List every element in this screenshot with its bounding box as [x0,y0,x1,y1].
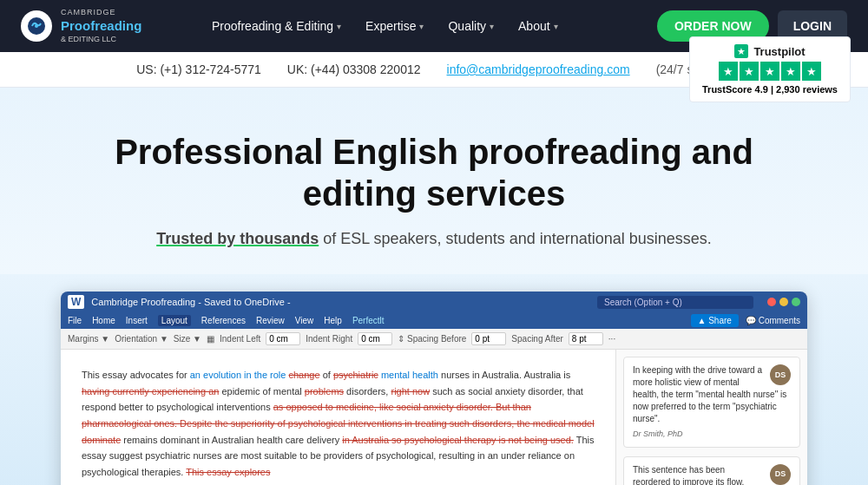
logo[interactable]: CAMBRIDGE Proofreading & EDITING LLC [21,8,160,45]
word-title-text: Cambridge Proofreading - Saved to OneDri… [91,297,590,307]
hero-section: Professional English proofreading and ed… [0,88,868,274]
nav-about[interactable]: About ▾ [508,12,569,40]
info-bar: US: (+1) 312-724-5771 UK: (+44) 03308 22… [0,52,868,88]
uk-phone: UK: (+44) 03308 220012 [287,62,421,76]
comment-1: DS In keeping with the drive toward a mo… [623,357,800,448]
trustpilot-score: TrustScore 4.9 | 2,930 reviews [702,84,838,95]
share-button[interactable]: ▲ Share [691,314,739,327]
chevron-down-icon: ▾ [490,22,494,31]
word-content: This essay advocates for an evolution in… [61,350,807,485]
avatar-1: DS [770,364,791,385]
hero-heading: Professional English proofreading and ed… [69,131,799,214]
nav-proofreading[interactable]: Proofreading & Editing ▾ [201,12,352,40]
trustpilot-stars: ★ ★ ★ ★ ★ [719,62,821,81]
svg-point-1 [35,24,38,28]
margins-group: Margins ▼ Orientation ▼ Size ▼ ▦ Indent … [68,332,615,345]
spacing-after-input[interactable] [569,332,603,345]
word-ribbon: Margins ▼ Orientation ▼ Size ▼ ▦ Indent … [61,329,807,350]
comment-1-text: In keeping with the drive toward a more … [633,364,791,425]
email-link[interactable]: info@cambridgeproofreading.com [447,62,630,76]
nav-expertise[interactable]: Expertise ▾ [355,12,434,40]
menu-file[interactable]: File [68,316,82,325]
nav-links: Proofreading & Editing ▾ Expertise ▾ Qua… [201,12,650,40]
word-mockup-container: W Cambridge Proofreading - Saved to OneD… [0,274,868,485]
window-controls [767,298,800,306]
minimize-icon [779,298,788,306]
indent-right-input[interactable] [358,332,392,345]
menu-insert[interactable]: Insert [126,316,148,325]
menu-references[interactable]: References [201,316,246,325]
menu-perfectlt[interactable]: Perfectlt [352,316,385,325]
indent-left-input[interactable] [266,332,300,345]
trustpilot-label: Trustpilot [753,45,805,58]
comment-2: DS This sentence has been reordered to i… [623,456,800,485]
menu-help[interactable]: Help [324,316,342,325]
chevron-down-icon: ▾ [554,22,558,31]
logo-icon [21,10,52,42]
hero-subtitle: Trusted by thousands of ESL speakers, st… [69,230,799,248]
chevron-down-icon: ▾ [419,22,424,31]
spacing-before-input[interactable] [471,332,506,345]
word-mockup: W Cambridge Proofreading - Saved to OneD… [61,292,807,485]
comment-1-author: Dr Smith, PhD [633,429,791,440]
word-menubar: File Home Insert Layout References Revie… [61,312,807,329]
comments-button[interactable]: 💬 Comments [746,316,800,325]
avatar-2: DS [770,464,791,485]
close-icon [767,298,776,306]
word-icon: W [68,295,84,309]
word-menu-right: ▲ Share 💬 Comments [691,314,801,327]
trusted-label: Trusted by thousands [156,230,319,247]
hero-subtitle-rest: of ESL speakers, students and internatio… [319,230,712,247]
menu-layout[interactable]: Layout [158,315,191,326]
chevron-down-icon: ▾ [337,22,341,31]
nav-quality[interactable]: Quality ▾ [437,12,504,40]
trustpilot-widget: ★ Trustpilot ★ ★ ★ ★ ★ TrustScore 4.9 | … [689,36,851,102]
menu-home[interactable]: Home [92,316,115,325]
word-search[interactable]: Search (Option + Q) [597,296,753,309]
comment-2-text: This sentence has been reordered to impr… [633,464,791,485]
menu-view[interactable]: View [295,316,314,325]
us-phone: US: (+1) 312-724-5771 [136,62,261,76]
svg-text:★: ★ [737,46,746,56]
menu-review[interactable]: Review [256,316,285,325]
maximize-icon [792,298,800,306]
word-document: This essay advocates for an evolution in… [61,350,616,485]
word-comments-panel: DS In keeping with the drive toward a mo… [616,350,807,485]
logo-text: CAMBRIDGE Proofreading & EDITING LLC [61,8,141,45]
word-titlebar: W Cambridge Proofreading - Saved to OneD… [61,292,807,312]
